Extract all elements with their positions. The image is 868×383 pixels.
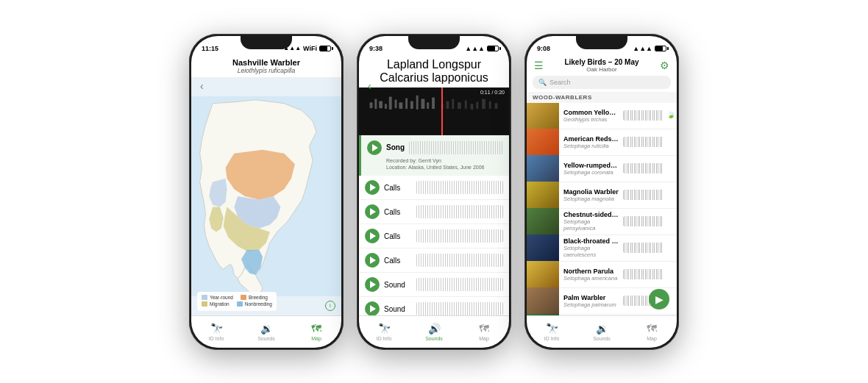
play-triangle-icon-3 xyxy=(370,257,376,264)
tab-sounds-3[interactable]: 🔉 Sounds xyxy=(577,323,627,341)
fab-button[interactable]: ▶ xyxy=(649,289,669,309)
battery-icon-3 xyxy=(655,46,666,51)
bird-common-6: Northern Parula xyxy=(563,268,619,275)
waveform-0 xyxy=(416,181,503,194)
tab-map-1[interactable]: 🗺 Map xyxy=(291,323,341,341)
bird-row-5[interactable]: Black-throated Blue Warbler Setophaga ca… xyxy=(527,235,677,262)
play-progress-line xyxy=(441,87,443,135)
tab-id-info-3[interactable]: 🔭 ID Info xyxy=(527,323,577,341)
svg-rect-2 xyxy=(370,102,373,108)
svg-rect-20 xyxy=(471,104,474,110)
tab-map-3[interactable]: 🗺 Map xyxy=(627,323,677,341)
bird-thumb-6 xyxy=(527,261,559,287)
play-btn-0[interactable] xyxy=(365,180,380,195)
map-icon-1: 🗺 xyxy=(311,323,321,334)
bird-sci-5: Setophaga caerulescens xyxy=(563,245,619,258)
info-button-1[interactable]: i xyxy=(325,301,335,311)
bird-info-2: Yellow-rumped Warbler Setophaga coronata xyxy=(559,160,623,178)
svg-rect-24 xyxy=(495,103,498,109)
bird-thumb-2 xyxy=(527,155,559,182)
spectrogram-area[interactable]: 0:11 / 0:20 xyxy=(359,87,509,135)
filter-icon[interactable]: ⚙ xyxy=(660,60,669,71)
bird-list: Common Yellowthroat Geothlypis trichas 🍃… xyxy=(527,103,677,315)
phone3-header: ☰ Likely Birds – 20 May Oak Harbor ⚙ xyxy=(527,57,677,76)
hamburger-icon[interactable]: ☰ xyxy=(534,60,544,71)
time-2: 9:38 xyxy=(369,45,383,52)
play-button-song[interactable] xyxy=(367,140,382,155)
waveform-1 xyxy=(416,205,503,218)
song-location: Location: Alaska, United States, June 20… xyxy=(367,164,503,171)
sound-label-0: Calls xyxy=(384,184,412,192)
bird-row-4[interactable]: Chestnut-sided Warbler Setophaga pensylv… xyxy=(527,209,677,235)
section-header-wood-warblers: WOOD-WARBLERS xyxy=(527,92,677,103)
bird-common-4: Chestnut-sided Warbler xyxy=(563,211,619,218)
svg-rect-14 xyxy=(432,97,435,109)
search-icon: 🔍 xyxy=(538,79,547,86)
sound-row-1[interactable]: Calls xyxy=(359,200,509,224)
bird-thumb-0 xyxy=(527,103,559,129)
sound-row-5[interactable]: Sound xyxy=(359,297,509,315)
binoculars-icon-1: 🔭 xyxy=(210,323,223,334)
map-area[interactable]: Year-round Breeding Migration xyxy=(191,77,341,315)
phones-container: 11:15 ▲▲▲ WiFi ‹ Nashville Warbler Leiot… xyxy=(160,19,708,365)
svg-rect-13 xyxy=(427,102,429,109)
bird-row-1[interactable]: American Redstart Setophaga ruticilla 🍃 xyxy=(527,129,677,156)
sound-list: Calls Calls Calls Calls xyxy=(359,176,509,315)
waveform-4 xyxy=(416,278,503,291)
speaker-icon-1: 🔉 xyxy=(260,323,273,334)
bird-waveform-4 xyxy=(623,216,664,226)
bird-thumb-3 xyxy=(527,182,559,208)
battery-icon-1 xyxy=(319,46,331,51)
back-button-2[interactable]: ‹ xyxy=(368,80,371,92)
legend-dot-migration xyxy=(202,301,207,307)
bird-name-2: Lapland Longspur xyxy=(374,58,494,71)
bird-waveform-3 xyxy=(623,190,664,200)
tab-label-sounds-2: Sounds xyxy=(425,336,443,341)
notch-1 xyxy=(241,36,292,49)
bird-waveform-0 xyxy=(623,110,664,121)
sound-row-4[interactable]: Sound xyxy=(359,273,509,297)
play-btn-3[interactable] xyxy=(365,253,380,268)
bird-common-7: Palm Warbler xyxy=(563,294,619,301)
speaker-icon-2: 🔊 xyxy=(428,323,441,334)
play-triangle-icon-2 xyxy=(370,232,376,240)
bird-info-5: Black-throated Blue Warbler Setophaga ca… xyxy=(559,235,623,260)
legend-year-round: Year-round xyxy=(202,295,233,300)
time-3: 9:08 xyxy=(537,45,550,52)
battery-icon-2 xyxy=(487,46,499,51)
svg-rect-19 xyxy=(465,100,467,109)
bird-name-1: Nashville Warbler xyxy=(206,58,327,67)
bird-common-3: Magnolia Warbler xyxy=(563,188,619,196)
search-bar[interactable]: 🔍 Search xyxy=(533,76,671,89)
bird-row-3[interactable]: Magnolia Warbler Setophaga magnolia 🍃 xyxy=(527,182,677,209)
tab-sounds-2[interactable]: 🔊 Sounds xyxy=(409,323,459,341)
bird-row-2[interactable]: Yellow-rumped Warbler Setophaga coronata… xyxy=(527,156,677,182)
bird-leaf-0: 🍃 xyxy=(666,110,674,121)
bird-leaf-2: 🍃 xyxy=(666,163,674,173)
tab-label-id-info-1: ID Info xyxy=(209,336,224,341)
sound-row-0[interactable]: Calls xyxy=(359,176,509,200)
svg-rect-17 xyxy=(452,99,454,109)
play-btn-1[interactable] xyxy=(365,204,380,219)
sound-row-3[interactable]: Calls xyxy=(359,248,509,273)
play-btn-2[interactable] xyxy=(365,229,380,243)
tab-id-info-1[interactable]: 🔭 ID Info xyxy=(191,323,241,341)
song-waveform xyxy=(409,141,503,154)
song-label: Song xyxy=(386,143,405,151)
bird-common-1: American Redstart xyxy=(563,135,619,143)
bird-row-6[interactable]: Northern Parula Setophaga americana 🍃 xyxy=(527,262,677,288)
play-btn-5[interactable] xyxy=(365,301,380,315)
signal-icon-2: ▲▲▲ xyxy=(465,45,485,52)
back-button-1[interactable]: ‹ xyxy=(200,80,204,92)
tab-id-info-2[interactable]: 🔭 ID Info xyxy=(359,323,409,341)
svg-rect-21 xyxy=(476,101,478,109)
tab-map-2[interactable]: 🗺 Map xyxy=(459,323,509,341)
tab-label-sounds-3: Sounds xyxy=(593,336,611,341)
sound-row-2[interactable]: Calls xyxy=(359,224,509,248)
play-btn-4[interactable] xyxy=(365,277,380,292)
svg-rect-5 xyxy=(385,104,387,109)
svg-rect-18 xyxy=(458,102,461,109)
tab-sounds-1[interactable]: 🔉 Sounds xyxy=(241,323,291,341)
bird-row-0[interactable]: Common Yellowthroat Geothlypis trichas 🍃 xyxy=(527,103,677,129)
bird-thumb-7 xyxy=(527,287,559,314)
